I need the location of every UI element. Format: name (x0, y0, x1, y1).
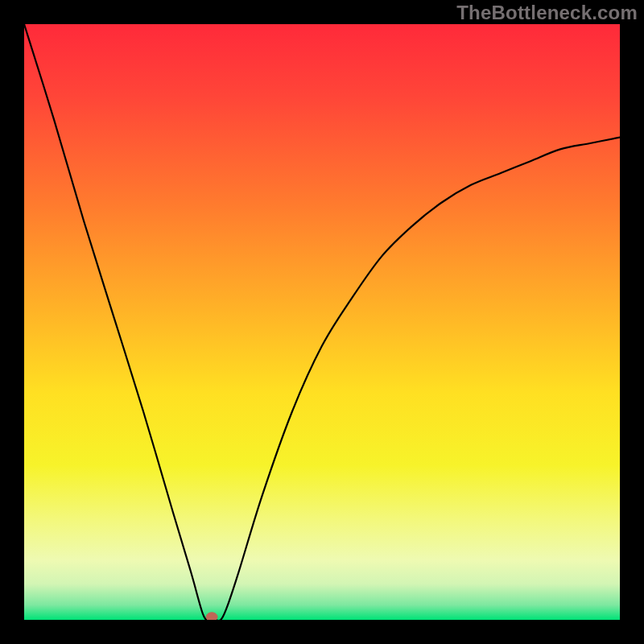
chart-frame: TheBottleneck.com (0, 0, 644, 644)
gradient-background (24, 24, 620, 620)
chart-svg (24, 24, 620, 620)
watermark-text: TheBottleneck.com (456, 2, 638, 24)
plot-area (24, 24, 620, 620)
optimum-marker (206, 613, 217, 620)
